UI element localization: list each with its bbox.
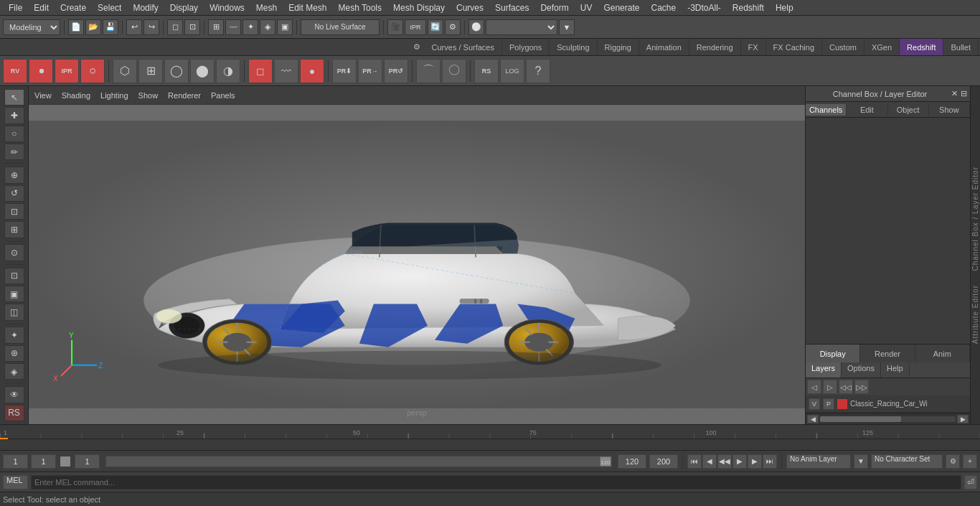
layer-scrollbar[interactable]: ◀ ▶ <box>806 413 970 424</box>
shelf-icon-cube2[interactable]: ◻ <box>248 59 273 83</box>
render-cam-btn[interactable]: 🎥 <box>387 19 403 35</box>
shelf-icon-rec[interactable]: ⏺ <box>29 59 53 83</box>
no-char-set-btn[interactable]: No Character Set <box>871 454 943 469</box>
menu-curves[interactable]: Curves <box>451 1 489 14</box>
timeline-end-handle[interactable]: 120 <box>600 456 611 467</box>
select-lasso-btn[interactable]: ⊡ <box>184 19 200 35</box>
attribute-editor-sidebar[interactable]: Channel Box / Layer Editor Attribute Edi… <box>970 86 980 424</box>
rp-tab-show[interactable]: Show <box>929 104 970 116</box>
frame-sub-input[interactable] <box>75 454 100 469</box>
menu-file[interactable]: File <box>3 1 28 14</box>
shelf-tab-rendering[interactable]: Rendering <box>689 39 741 55</box>
menu-modify[interactable]: Modify <box>127 1 164 14</box>
shelf-icon-ipr[interactable]: IPR <box>55 59 79 83</box>
timeline-range-bar[interactable]: 120 <box>105 456 612 467</box>
shelf-tab-fx-caching[interactable]: FX Caching <box>766 39 822 55</box>
layer-action-2[interactable]: ◁◁ <box>839 380 853 394</box>
anim-goto-end-btn[interactable]: ⏭ <box>763 454 777 469</box>
scroll-left-btn[interactable]: ◀ <box>807 415 819 423</box>
vp-menu-renderer[interactable]: Renderer <box>165 90 204 101</box>
shelf-tab-bullet[interactable]: Bullet <box>943 39 979 55</box>
frame-start-input[interactable] <box>3 454 28 469</box>
rp-tab-edit[interactable]: Edit <box>847 104 887 116</box>
scale-tool-btn[interactable]: ⊡ <box>4 203 24 220</box>
shelf-icon-env[interactable]: 〇 <box>442 59 466 83</box>
menu-cache[interactable]: Cache <box>645 1 682 14</box>
layer-tab-help[interactable]: Help <box>881 362 910 378</box>
shelf-gear-btn[interactable]: ⚙ <box>409 41 425 53</box>
rp-tab-object[interactable]: Object <box>888 104 929 116</box>
no-anim-layer-btn[interactable]: No Anim Layer <box>786 454 851 469</box>
menu-windows[interactable]: Windows <box>204 1 250 14</box>
rp-tab-anim[interactable]: Anim <box>915 345 970 362</box>
frame-max-end[interactable] <box>649 454 678 469</box>
vp-menu-show[interactable]: Show <box>136 90 161 101</box>
menu-3dtall[interactable]: -3DtoAll- <box>682 1 727 14</box>
layer-tab-layers[interactable]: Layers <box>806 362 842 378</box>
shelf-icon-sphere-d[interactable]: ◯ <box>164 59 189 83</box>
render-opt-btn[interactable]: ⚙ <box>445 19 461 35</box>
shelf-icon-rs-settings[interactable]: RS <box>474 59 499 83</box>
menu-surfaces[interactable]: Surfaces <box>489 1 534 14</box>
shelf-tab-sculpting[interactable]: Sculpting <box>550 39 597 55</box>
shelf-icon-wave[interactable]: 〰 <box>274 59 298 83</box>
rp-tab-display[interactable]: Display <box>806 345 860 362</box>
shelf-icon-rs4[interactable]: ⬡ <box>80 59 105 83</box>
menu-help[interactable]: Help <box>770 1 799 14</box>
shelf-tab-custom[interactable]: Custom <box>822 39 864 55</box>
rigging-btn[interactable]: ✦ <box>4 327 24 343</box>
char-set-add[interactable]: + <box>963 454 977 469</box>
menu-mesh-tools[interactable]: Mesh Tools <box>333 1 387 14</box>
layer-row-1[interactable]: V P Classic_Racing_Car_Wi <box>806 395 970 413</box>
move-tool-btn[interactable]: ⊕ <box>4 167 24 183</box>
viewport[interactable]: View Shading Lighting Show Renderer Pane… <box>29 86 805 424</box>
menu-edit-mesh[interactable]: Edit Mesh <box>283 1 332 14</box>
playhead[interactable] <box>0 438 8 439</box>
rotate-tool-btn[interactable]: ↺ <box>4 185 24 202</box>
layer-tab-options[interactable]: Options <box>842 362 881 378</box>
rp-tab-channels[interactable]: Channels <box>806 104 847 116</box>
shelf-icon-log[interactable]: LOG <box>500 59 524 83</box>
menu-display[interactable]: Display <box>164 1 204 14</box>
render-ipr-btn[interactable]: IPR <box>405 19 426 35</box>
render-region-btn[interactable]: ◫ <box>4 304 24 320</box>
menu-create[interactable]: Create <box>55 1 92 14</box>
anim-layer-arrow-1[interactable]: ▼ <box>854 454 868 469</box>
vp-menu-view[interactable]: View <box>32 90 55 101</box>
anim-step-back-btn[interactable]: ◀ <box>702 454 717 469</box>
shelf-tab-rigging[interactable]: Rigging <box>598 39 639 55</box>
paint-tool-btn[interactable]: ✏ <box>4 144 24 160</box>
shelf-icon-grid[interactable]: ⊞ <box>138 59 163 83</box>
hide-btn[interactable]: 👁 <box>4 386 24 403</box>
save-scene-btn[interactable]: 💾 <box>103 19 118 35</box>
shelf-tab-polygons[interactable]: Polygons <box>502 39 550 55</box>
anim-play-back-btn[interactable]: ◀◀ <box>717 454 732 469</box>
menu-redshift[interactable]: Redshift <box>727 1 770 14</box>
snap-point-btn[interactable]: ✦ <box>242 19 258 35</box>
anim-play-btn[interactable]: ▶ <box>732 454 747 469</box>
shelf-tab-curves-surfaces[interactable]: Curves / Surfaces <box>425 39 502 55</box>
sculpt-btn[interactable]: ⊛ <box>4 345 24 362</box>
scroll-track[interactable] <box>820 416 956 422</box>
shelf-tab-redshift[interactable]: Redshift <box>900 39 943 55</box>
layer-action-left[interactable]: ◁ <box>807 380 821 394</box>
new-scene-btn[interactable]: 📄 <box>68 19 84 35</box>
shelf-icon-help[interactable]: ? <box>526 59 550 83</box>
frame-current-input[interactable] <box>31 454 56 469</box>
frame-range-end[interactable] <box>618 454 646 469</box>
redo-btn[interactable]: ↪ <box>143 19 159 35</box>
script-mode-btn[interactable]: MEL <box>3 475 28 489</box>
vp-menu-lighting[interactable]: Lighting <box>98 90 131 101</box>
cmd-input[interactable] <box>31 475 961 489</box>
shelf-icon-bowl[interactable]: ⌒ <box>416 59 440 83</box>
menu-uv[interactable]: UV <box>575 1 598 14</box>
scroll-right-btn[interactable]: ▶ <box>957 415 969 423</box>
shelf-icon-dome[interactable]: ◑ <box>216 59 240 83</box>
menu-deform[interactable]: Deform <box>534 1 574 14</box>
menu-mesh[interactable]: Mesh <box>250 1 283 14</box>
shelf-tab-xgen[interactable]: XGen <box>864 39 900 55</box>
snap-view-btn[interactable]: ◈ <box>260 19 275 35</box>
select-by-btn[interactable]: ◻ <box>167 19 183 35</box>
render-seq-btn[interactable]: 🔄 <box>428 19 443 35</box>
shelf-icon-pr1[interactable]: PR⬇ <box>332 59 357 83</box>
